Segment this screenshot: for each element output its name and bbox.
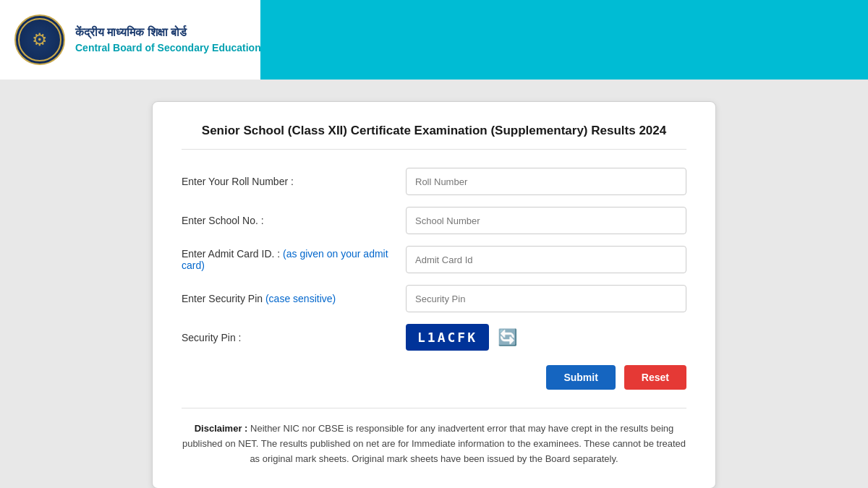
buttons-row: Submit Reset: [182, 365, 686, 390]
teal-bar: [260, 0, 868, 80]
captcha-container: L1ACFK 🔄: [406, 324, 518, 351]
school-number-row: Enter School No. :: [182, 207, 686, 234]
security-pin-input[interactable]: [406, 285, 686, 312]
page-header: ⚙ केंद्रीय माध्यमिक शिक्षा बोर्ड Central…: [0, 0, 868, 80]
security-pin-label: Enter Security Pin (case sensitive): [182, 293, 399, 304]
school-number-label: Enter School No. :: [182, 215, 399, 226]
captcha-display: L1ACFK: [406, 324, 489, 351]
roll-number-row: Enter Your Roll Number :: [182, 168, 686, 195]
security-pin-row: Enter Security Pin (case sensitive): [182, 285, 686, 312]
header-text: केंद्रीय माध्यमिक शिक्षा बोर्ड Central B…: [75, 26, 261, 53]
admit-card-label: Enter Admit Card ID. : (as given on your…: [182, 248, 399, 271]
school-number-input[interactable]: [406, 207, 686, 234]
submit-button[interactable]: Submit: [546, 365, 615, 390]
disclaimer-title: Disclaimer :: [195, 423, 248, 434]
logo-section: ⚙ केंद्रीय माध्यमिक शिक्षा बोर्ड Central…: [0, 7, 276, 72]
main-content: Senior School (Class XII) Certificate Ex…: [0, 80, 868, 488]
captcha-label: Security Pin :: [182, 332, 399, 343]
hindi-title: केंद्रीय माध्यमिक शिक्षा बोर्ड: [75, 26, 261, 39]
captcha-row: Security Pin : L1ACFK 🔄: [182, 324, 686, 351]
roll-number-input[interactable]: [406, 168, 686, 195]
disclaimer-text: Neither NIC nor CBSE is responsible for …: [182, 423, 686, 464]
disclaimer: Disclaimer : Neither NIC nor CBSE is res…: [182, 408, 686, 466]
admit-card-row: Enter Admit Card ID. : (as given on your…: [182, 246, 686, 273]
refresh-captcha-button[interactable]: 🔄: [496, 327, 518, 348]
form-title: Senior School (Class XII) Certificate Ex…: [182, 124, 686, 150]
reset-button[interactable]: Reset: [624, 365, 686, 390]
english-title: Central Board of Secondary Education: [75, 42, 261, 53]
cbse-logo: ⚙: [14, 14, 65, 65]
roll-number-label: Enter Your Roll Number :: [182, 176, 399, 187]
form-card: Senior School (Class XII) Certificate Ex…: [152, 101, 716, 488]
admit-card-input[interactable]: [406, 246, 686, 273]
